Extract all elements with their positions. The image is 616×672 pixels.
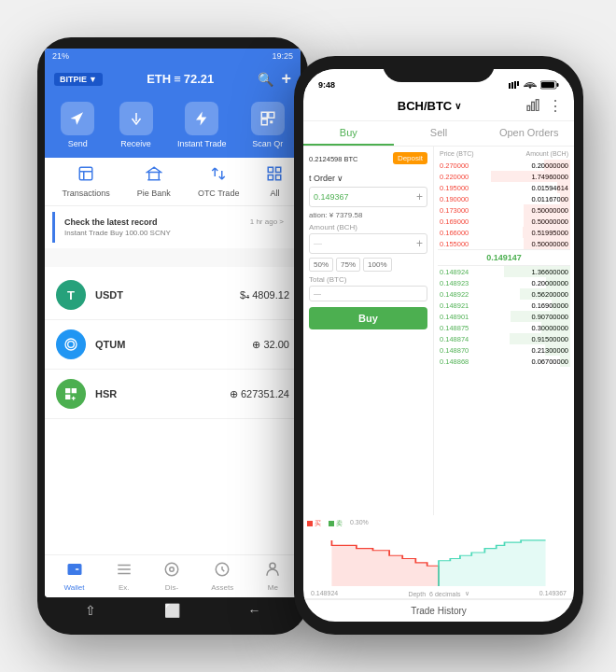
otc-trade-nav[interactable]: OTC Trade	[198, 165, 240, 198]
send-action[interactable]: Send	[61, 102, 94, 148]
qr-icon	[251, 102, 285, 135]
table-row: 0.1489220.56200000	[438, 288, 570, 300]
table-row: 0.2200001.74960000	[438, 171, 570, 182]
qtum-name: QTUM	[95, 339, 125, 350]
svg-rect-27	[532, 102, 535, 110]
price-plus-icon[interactable]: +	[416, 190, 423, 203]
wallet-item-hsr[interactable]: HSR ⊕ 627351.24	[45, 370, 301, 419]
buy-button[interactable]: Buy	[309, 307, 427, 329]
wallet-item-qtum[interactable]: QTUM ⊕ 32.00	[45, 320, 301, 370]
svg-point-14	[165, 563, 178, 576]
total-label: Total (BTC)	[309, 275, 427, 284]
home-icon[interactable]: ⬜	[164, 603, 180, 618]
instant-trade-action[interactable]: Instant Trade	[177, 102, 227, 148]
sell-orders: 0.2700000.20000000 0.2200001.74960000 0.…	[438, 160, 570, 249]
pct-75-button[interactable]: 75%	[336, 258, 360, 272]
table-row: 0.1488700.21300000	[438, 344, 570, 356]
back-icon[interactable]: ⇧	[85, 603, 96, 618]
decimals-chevron-icon[interactable]: ∨	[465, 590, 469, 597]
amount-input[interactable]: — +	[309, 233, 427, 254]
svg-rect-9	[276, 175, 281, 180]
bitpie-logo[interactable]: BITPIE ▼	[54, 73, 103, 86]
notif-time: 1 hr ago >	[250, 217, 284, 226]
tab-buy[interactable]: Buy	[303, 121, 394, 146]
tab-open-orders[interactable]: Open Orders	[483, 121, 574, 146]
decimals-label: 6 decimals	[429, 591, 460, 597]
depth-chart	[307, 530, 570, 586]
price-input[interactable]: 0.149367 +	[309, 187, 427, 207]
discover-nav-icon	[163, 561, 180, 581]
bottom-nav-me[interactable]: Me	[264, 561, 281, 592]
bottom-nav-wallet[interactable]: Wallet	[64, 561, 85, 592]
svg-rect-21	[517, 81, 519, 86]
svg-rect-18	[509, 83, 511, 89]
add-icon[interactable]: +	[281, 69, 291, 89]
bottom-nav-discover[interactable]: Dis-	[163, 561, 180, 592]
trade-history-bar[interactable]: Trade History	[303, 599, 574, 622]
scene: 21% 19:25 BITPIE ▼ ETH ≡ 72.21 🔍 +	[28, 19, 588, 653]
more-icon[interactable]: ⋮	[548, 97, 563, 115]
send-icon	[61, 102, 94, 135]
transactions-nav[interactable]: Transactions	[63, 165, 110, 198]
sell-dot	[329, 521, 334, 526]
table-row: 0.1489230.20000000	[438, 277, 570, 288]
table-row: 0.1488740.91500000	[438, 333, 570, 344]
svg-point-15	[170, 567, 175, 572]
iphone-notch	[383, 56, 495, 82]
table-row: 0.1690000.50000000	[438, 216, 570, 227]
balance-info: 0.2124598 BTC	[309, 155, 358, 163]
notification-bar: Check the latest record Instant Trade Bu…	[52, 212, 293, 243]
all-nav[interactable]: All	[266, 165, 283, 198]
qtum-balance: ⊕ 32.00	[252, 339, 289, 351]
iphone-header: BCH/BTC ∨ ⋮	[303, 93, 574, 121]
bottom-nav: Wallet Ex.	[45, 554, 301, 597]
search-icon[interactable]: 🔍	[258, 72, 273, 87]
table-row: 0.1950000.01594614	[438, 182, 570, 193]
bottom-nav-exchange[interactable]: Ex.	[116, 561, 133, 592]
pie-bank-nav[interactable]: Pie Bank	[137, 165, 171, 198]
pct-100-button[interactable]: 100%	[363, 258, 391, 272]
chart-area: 买 卖 0.30% 0.148924	[303, 515, 574, 599]
table-row: 0.1488750.30000000	[438, 322, 570, 333]
ob-amount-col: Amount (BCH)	[525, 150, 568, 157]
amount-label: Amount (BCH)	[309, 223, 427, 231]
svg-point-22	[529, 87, 531, 89]
total-input[interactable]: —	[309, 286, 427, 301]
trade-content: 0.2124598 BTC Deposit t Order ∨ 0.149367…	[303, 147, 574, 515]
svg-rect-1	[269, 112, 274, 118]
iphone-screen: 9:48 BCH/BTC ∨	[303, 69, 574, 622]
notif-content: Check the latest record Instant Trade Bu…	[64, 217, 171, 237]
android-screen: 21% 19:25 BITPIE ▼ ETH ≡ 72.21 🔍 +	[45, 49, 301, 597]
notif-subtitle: Instant Trade Buy 100.00 SCNY	[64, 229, 171, 237]
wallet-item-usdt[interactable]: T USDT $₄ 4809.12	[45, 271, 301, 320]
receive-action[interactable]: Receive	[119, 102, 153, 148]
iphone-status-icons	[509, 80, 559, 90]
deposit-button[interactable]: Deposit	[393, 152, 427, 164]
svg-marker-29	[331, 540, 439, 586]
depth-row: 0.148924 Depth 6 decimals ∨ 0.149367	[307, 590, 570, 597]
tab-sell[interactable]: Sell	[394, 121, 484, 146]
recent-icon[interactable]: ←	[248, 603, 261, 618]
buy-dot	[307, 521, 313, 526]
order-type[interactable]: t Order ∨	[309, 174, 427, 183]
header-actions: ⋮	[525, 97, 563, 115]
android-nav-row: Transactions Pie Bank	[45, 158, 301, 206]
svg-rect-26	[527, 105, 530, 110]
svg-rect-28	[536, 99, 539, 110]
quick-actions: Send Receive Instant Trade	[45, 94, 301, 158]
bottom-nav-assets[interactable]: Assets	[211, 561, 233, 592]
iphone-time: 9:48	[318, 80, 335, 90]
svg-marker-30	[439, 540, 546, 586]
pair-title[interactable]: BCH/BTC ∨	[398, 99, 462, 113]
chart-icon[interactable]	[525, 98, 540, 115]
pct-label: 0.30%	[350, 519, 369, 528]
amount-plus-icon[interactable]: +	[416, 237, 423, 250]
scan-qr-action[interactable]: Scan Qr	[251, 102, 285, 148]
pct-50-button[interactable]: 50%	[309, 258, 333, 272]
orderbook-panel: Price (BTC) Amount (BCH) 0.2700000.20000…	[434, 147, 574, 515]
legend-sell: 卖	[329, 519, 343, 528]
svg-rect-8	[276, 167, 281, 172]
svg-rect-2	[261, 119, 267, 125]
order-panel: 0.2124598 BTC Deposit t Order ∨ 0.149367…	[303, 147, 434, 515]
price-value: 0.149367	[314, 192, 349, 202]
